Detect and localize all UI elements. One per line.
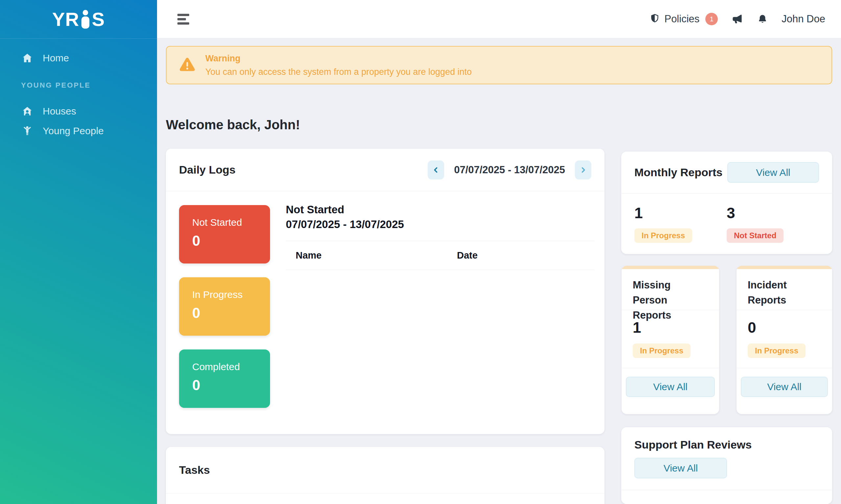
app-logo[interactable]: YR S	[0, 0, 157, 39]
sidebar-item-young-people[interactable]: Young People	[0, 121, 157, 141]
bell-icon	[757, 14, 768, 24]
policies-label: Policies	[664, 13, 699, 25]
warning-text: Warning You can only access the system f…	[205, 53, 472, 77]
stat-not-started: 3 Not Started	[727, 205, 819, 243]
support-plan-reviews-card: Support Plan Reviews View All	[621, 427, 832, 504]
report-count: 0	[748, 320, 821, 335]
stat-value: 3	[727, 205, 819, 220]
chevron-left-icon	[432, 166, 440, 174]
detail-date-range: 07/07/2025 - 13/07/2025	[286, 217, 595, 232]
status-tile-not-started[interactable]: Not Started 0	[179, 205, 270, 264]
tasks-card: Tasks	[166, 447, 604, 504]
column-header-name: Name	[296, 250, 457, 261]
top-bar-actions: Policies 1 John Doe	[650, 13, 825, 25]
dashboard-page: YR S Home YOUNG PEOPLE	[0, 0, 841, 504]
daily-logs-title: Daily Logs	[179, 163, 236, 176]
incident-reports-footer: View All	[737, 368, 832, 397]
logo-text-right: S	[92, 10, 105, 29]
status-badge-in-progress: In Progress	[633, 344, 690, 358]
sidebar-item-houses[interactable]: Houses	[0, 102, 157, 121]
sidebar-item-label: Home	[43, 53, 69, 64]
column-header-date: Date	[457, 250, 478, 261]
status-tile-value: 0	[192, 377, 270, 393]
status-tile-label: Completed	[192, 361, 270, 373]
user-menu[interactable]: John Doe	[782, 13, 825, 25]
incident-reports-card: Incident Reports 0 In Progress View All	[737, 266, 832, 414]
detail-status-title: Not Started	[286, 202, 595, 217]
stat-value: 1	[634, 205, 727, 220]
shield-icon	[650, 13, 660, 25]
home-icon	[21, 53, 34, 64]
stat-in-progress: 1 In Progress	[634, 205, 727, 243]
support-plan-reviews-title: Support Plan Reviews	[621, 427, 832, 451]
monthly-reports-header: Monthly Reports View All	[621, 151, 832, 194]
status-tile-in-progress[interactable]: In Progress 0	[179, 277, 270, 336]
sidebar-item-label: Young People	[43, 125, 104, 137]
previous-week-button[interactable]	[428, 160, 444, 179]
monthly-reports-card: Monthly Reports View All 1 In Progress 3…	[621, 151, 832, 254]
status-badge-in-progress: In Progress	[634, 228, 692, 243]
logo-person-icon	[80, 10, 91, 29]
megaphone-icon	[732, 13, 743, 25]
support-plan-view-all-button[interactable]: View All	[634, 458, 727, 479]
daily-logs-body: Not Started 0 In Progress 0 Completed 0 …	[166, 191, 604, 408]
status-tile-completed[interactable]: Completed 0	[179, 349, 270, 408]
warning-message: You can only access the system from a pr…	[205, 67, 472, 77]
missing-person-reports-card: Missing Person Reports 1 In Progress Vie…	[621, 266, 719, 414]
notifications-button[interactable]	[757, 14, 768, 24]
status-tile-label: Not Started	[192, 217, 270, 228]
top-bar: Policies 1 John Doe	[157, 0, 841, 38]
warning-title: Warning	[205, 53, 472, 64]
incident-reports-body: 0 In Progress	[737, 310, 832, 368]
missing-person-reports-footer: View All	[621, 368, 719, 397]
warning-triangle-icon	[178, 56, 196, 75]
monthly-reports-title: Monthly Reports	[634, 166, 722, 179]
sidebar-nav: Home YOUNG PEOPLE	[0, 39, 157, 141]
monthly-reports-body: 1 In Progress 3 Not Started	[621, 194, 832, 243]
status-badge-not-started: Not Started	[727, 228, 784, 243]
status-tile-label: In Progress	[192, 289, 270, 300]
divider	[621, 490, 832, 490]
date-range-label: 07/07/2025 - 13/07/2025	[454, 164, 565, 176]
warning-banner: Warning You can only access the system f…	[166, 46, 832, 84]
chevron-right-icon	[579, 166, 587, 174]
incident-view-all-button[interactable]: View All	[741, 377, 828, 397]
announcements-button[interactable]	[732, 13, 743, 25]
sidebar-item-home[interactable]: Home	[0, 48, 157, 68]
logs-table-header: Name Date	[286, 241, 595, 270]
status-badge-in-progress: In Progress	[748, 344, 806, 358]
policies-link[interactable]: Policies 1	[650, 13, 718, 25]
status-tile-value: 0	[192, 233, 270, 249]
card-accent-strip	[621, 266, 719, 269]
house-user-icon	[21, 106, 34, 117]
sidebar-section-young-people: YOUNG PEOPLE	[21, 81, 157, 90]
daily-logs-card: Daily Logs 07/07/2025 - 13/07/2025 N	[166, 149, 604, 434]
next-week-button[interactable]	[575, 160, 591, 179]
card-accent-strip	[737, 266, 832, 269]
logo-text-left: YR	[52, 10, 80, 29]
sidebar-item-label: Houses	[43, 106, 76, 117]
date-range-navigator: 07/07/2025 - 13/07/2025	[428, 160, 591, 179]
page-title: Welcome back, John!	[166, 118, 300, 132]
incident-reports-title: Incident Reports	[737, 269, 832, 310]
missing-person-reports-title: Missing Person Reports	[621, 269, 719, 310]
daily-logs-detail: Not Started 07/07/2025 - 13/07/2025 Name…	[286, 202, 595, 270]
sidebar: YR S Home YOUNG PEOPLE	[0, 0, 157, 504]
person-arms-up-icon	[21, 125, 34, 137]
monthly-reports-view-all-button[interactable]: View All	[727, 162, 819, 183]
daily-logs-header: Daily Logs 07/07/2025 - 13/07/2025	[166, 149, 604, 191]
menu-toggle-button[interactable]	[175, 12, 191, 26]
missing-person-view-all-button[interactable]: View All	[626, 377, 715, 397]
status-tile-value: 0	[192, 305, 270, 321]
tasks-title: Tasks	[179, 464, 210, 476]
policies-count-badge: 1	[705, 13, 718, 25]
